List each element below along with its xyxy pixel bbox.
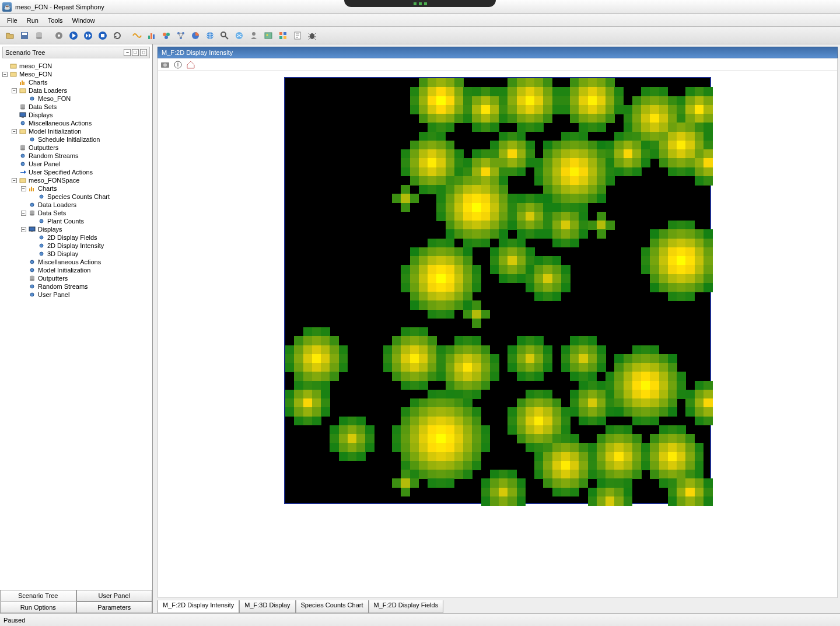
tab-scenario-tree[interactable]: Scenario Tree (0, 590, 76, 601)
tab-2d-intensity[interactable]: M_F:2D Display Intensity (158, 600, 239, 613)
expander-icon[interactable]: − (21, 186, 26, 191)
tree-item[interactable]: −Model Initialization (2, 127, 151, 135)
tab-parameters[interactable]: Parameters (76, 601, 153, 613)
tree-item[interactable]: Plant Counts (2, 217, 151, 225)
tree-item[interactable]: 2D Display Intensity (2, 242, 151, 250)
pie-icon[interactable] (189, 29, 202, 42)
expander-icon[interactable]: − (12, 129, 17, 134)
tab-species-chart[interactable]: Species Counts Chart (296, 600, 369, 613)
tree-item[interactable]: −Data Loaders (2, 86, 151, 95)
tree-item[interactable]: Random Streams (2, 152, 151, 160)
tree-item[interactable]: Miscellaneous Actions (2, 119, 151, 127)
svg-rect-30 (279, 36, 282, 39)
scenario-tree[interactable]: meso_FON−Meso_FONCharts−Data LoadersMeso… (0, 61, 152, 590)
tree-item[interactable]: −meso_FONSpace (2, 176, 151, 184)
tree-item[interactable]: −Charts (2, 184, 151, 193)
expander-icon[interactable]: − (21, 227, 26, 232)
tree-item[interactable]: meso_FON (2, 62, 151, 70)
intensity-display[interactable] (284, 77, 711, 504)
tree-item[interactable]: −Data Sets (2, 209, 151, 217)
chart-icon (19, 79, 27, 86)
tab-user-panel[interactable]: User Panel (76, 590, 153, 601)
tree-item[interactable]: Data Sets (2, 103, 151, 111)
svg-point-4 (36, 37, 42, 39)
tree-item[interactable]: User Specified Actions (2, 168, 151, 176)
bullet-icon (28, 136, 36, 143)
menu-window[interactable]: Window (68, 16, 100, 25)
svg-rect-1 (22, 33, 27, 35)
chart-wave-icon[interactable] (131, 29, 144, 42)
agents-icon[interactable] (160, 29, 173, 42)
reset-icon[interactable] (111, 29, 124, 42)
tree-item[interactable]: Model Initialization (2, 266, 151, 274)
folder-icon (19, 128, 27, 135)
tree-item[interactable]: Miscellaneous Actions (2, 258, 151, 266)
stop-icon[interactable] (96, 29, 109, 42)
home-icon[interactable] (186, 60, 195, 69)
chart-bar-icon[interactable] (145, 29, 158, 42)
tree-item[interactable]: 3D Display (2, 250, 151, 258)
save-icon[interactable] (18, 29, 31, 42)
db-icon (19, 103, 27, 110)
network-icon[interactable] (174, 29, 187, 42)
tree-item[interactable]: Meso_FON (2, 95, 151, 103)
display-panel: M_F:2D Display Intensity i M_F:2D Displa… (153, 44, 840, 613)
restore-icon[interactable]: □ (132, 49, 139, 56)
bug-icon[interactable] (306, 29, 318, 42)
tree-item[interactable]: Species Counts Chart (2, 193, 151, 201)
tree-item[interactable]: Outputters (2, 274, 151, 282)
camera-icon[interactable] (160, 60, 170, 69)
tree-label: Meso_FON (19, 70, 52, 78)
tab-run-options[interactable]: Run Options (0, 601, 76, 613)
svg-rect-57 (33, 188, 34, 191)
tree-item[interactable]: Schedule Initialization (2, 135, 151, 144)
tree-item[interactable]: User Panel (2, 291, 151, 299)
play-icon[interactable] (67, 29, 80, 42)
bullet-icon (37, 218, 46, 225)
tree-item[interactable]: Charts (2, 78, 151, 86)
tree-label: Outputters (29, 144, 58, 152)
menu-run[interactable]: Run (22, 16, 43, 25)
minimize-icon[interactable]: ‒ (124, 49, 131, 56)
info-icon[interactable]: i (173, 60, 183, 69)
database-icon[interactable] (33, 29, 46, 42)
person-icon[interactable] (247, 29, 260, 42)
doc-icon[interactable] (291, 29, 304, 42)
expander-icon[interactable]: − (12, 88, 17, 93)
expander-icon[interactable]: − (12, 178, 17, 183)
tab-3d-display[interactable]: M_F:3D Display (239, 600, 295, 613)
init-icon[interactable] (52, 29, 65, 42)
search-icon[interactable] (218, 29, 231, 42)
svg-rect-26 (265, 33, 272, 39)
tree-item[interactable]: −Meso_FON (2, 70, 151, 78)
globe2-icon[interactable] (233, 29, 246, 42)
expander-icon[interactable]: − (2, 72, 8, 77)
step-icon[interactable] (82, 29, 94, 42)
menu-tools[interactable]: Tools (43, 16, 68, 25)
tree-item[interactable]: 2D Display Fields (2, 233, 151, 242)
maximize-icon[interactable]: ◻ (140, 49, 147, 56)
expander-icon[interactable]: − (21, 211, 26, 216)
tree-label: Species Counts Chart (47, 193, 110, 201)
svg-rect-54 (20, 179, 26, 183)
svg-point-53 (21, 162, 24, 166)
tree-item[interactable]: Displays (2, 111, 151, 119)
image-icon[interactable] (262, 29, 275, 42)
folder-icon (9, 71, 18, 78)
svg-rect-29 (284, 32, 286, 35)
bullet-icon (28, 291, 36, 298)
open-icon[interactable] (4, 29, 16, 42)
tree-item[interactable]: −Displays (2, 225, 151, 233)
grid-icon[interactable] (276, 29, 289, 42)
tree-item[interactable]: User Panel (2, 160, 151, 168)
tab-2d-fields[interactable]: M_F:2D Display Fields (369, 600, 444, 613)
svg-rect-36 (20, 82, 21, 85)
tree-item[interactable]: Data Loaders (2, 201, 151, 209)
tree-item[interactable]: Outputters (2, 144, 151, 152)
tree-item[interactable]: Random Streams (2, 282, 151, 291)
globe-icon[interactable] (204, 29, 216, 42)
tree-label: Schedule Initialization (38, 135, 100, 144)
svg-rect-39 (20, 89, 26, 93)
svg-point-33 (310, 33, 314, 39)
menu-file[interactable]: File (2, 16, 22, 25)
